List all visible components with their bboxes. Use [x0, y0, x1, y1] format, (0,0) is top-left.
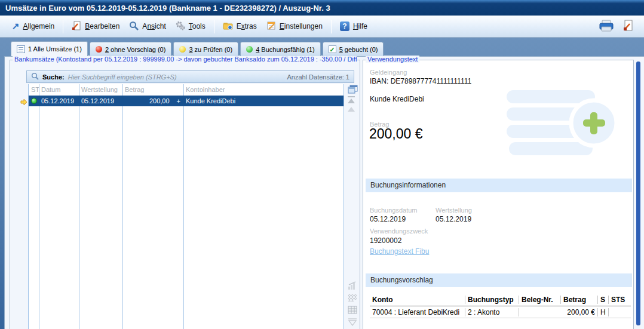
column-chooser-icon[interactable]	[348, 85, 358, 96]
gears-icon	[176, 21, 185, 32]
search-placeholder: Hier Suchbegriff eingeben (STRG+S)	[68, 73, 177, 81]
buchungsinformationen-header: Buchungsinformationen	[366, 179, 632, 192]
scroll-top-icon[interactable]	[348, 96, 355, 103]
table-icon[interactable]	[348, 306, 357, 316]
list-icon	[17, 45, 25, 53]
iban-value: IBAN: DE7898777741111111111	[370, 77, 471, 85]
vcolumn-sts: STS	[609, 296, 631, 304]
tab-gebucht[interactable]: ✓ 5 gebucht (0)	[323, 42, 384, 56]
menu-label: Ansicht	[142, 22, 165, 30]
menu-extras[interactable]: Extras	[218, 19, 262, 35]
checkbox-icon: ✓	[329, 45, 336, 53]
table-row[interactable]: 05.12.2019 05.12.2019 200,00+ Kunde Kred…	[29, 96, 344, 106]
chart-icon[interactable]	[348, 281, 357, 293]
column-header-datum[interactable]: Datum	[39, 84, 79, 96]
vcolumn-buchungstyp: Buchungstyp	[465, 296, 519, 304]
scroll-up-icon[interactable]	[348, 107, 355, 112]
tab-buchungsfaehig[interactable]: 4 Buchungsfähig (1)	[240, 42, 320, 56]
buchungsdatum-value: 05.12.2019	[370, 215, 406, 223]
toolbar-separator	[331, 20, 332, 33]
toolbar-separator	[63, 20, 63, 33]
bankumsaetze-groupbox: Bankumsätze (Kontostand per 05.12.2019 :…	[10, 60, 360, 329]
vcolumn-konto: Konto	[370, 296, 465, 304]
menu-hilfe[interactable]: ? Hilfe	[335, 19, 372, 33]
bankumsaetze-group-label: Bankumsätze (Kontostand per 05.12.2019 :…	[13, 56, 357, 63]
wertstellung-value: 05.12.2019	[436, 215, 471, 223]
tab-label: 5 gebucht (0)	[339, 46, 378, 53]
column-header-kontoinhaber[interactable]: Kontoinhaber	[183, 84, 344, 96]
current-row-arrow-icon	[20, 97, 27, 108]
betrag-cell: 200,00+	[122, 97, 183, 104]
edit-document-icon	[72, 21, 81, 32]
green-ball-icon	[246, 46, 253, 53]
menu-label: Einstellungen	[280, 22, 323, 30]
green-status-icon	[31, 98, 37, 104]
tab-zu-pruefen[interactable]: 3 zu Prüfen (0)	[173, 42, 238, 56]
menu-label: Tools	[189, 22, 206, 30]
menu-label: Extras	[237, 22, 257, 30]
coins-plus-icon	[505, 90, 619, 167]
vbetrag-cell: 200,00 €	[561, 308, 598, 316]
menu-label: Hilfe	[353, 22, 367, 30]
search-input[interactable]: Suche: Hier Suchbegriff eingeben (STRG+S…	[26, 70, 354, 83]
buchungstext-fibu-link[interactable]: Buchungstext Fibu	[370, 247, 429, 256]
menu-allgemein[interactable]: ↗ Allgemein	[7, 20, 59, 33]
red-ball-icon	[96, 46, 102, 53]
betrag-value: 200,00 €	[369, 126, 423, 142]
menu-label: Bearbeiten	[85, 22, 119, 30]
main-toolbar: ↗ Allgemein Bearbeiten Ansicht Tools Ext…	[0, 16, 644, 38]
tab-label: 4 Buchungsfähig (1)	[256, 46, 314, 53]
vkonto-cell: 70004 : Lieferant DebiKredi	[370, 308, 465, 316]
grid-side-strip	[346, 83, 360, 329]
vorschlag-header-row: Konto Buchungstyp Beleg-Nr. Betrag S STS	[370, 293, 631, 306]
verwendungszweck-label: Verwendungszweck	[370, 227, 428, 235]
search-icon	[31, 72, 39, 81]
tab-ohne-vorschlag[interactable]: 2 ohne Vorschlag (0)	[90, 42, 172, 56]
grid-divider	[183, 84, 184, 329]
filter-down-icon[interactable]	[348, 318, 357, 328]
plus-sign: +	[177, 97, 180, 104]
statement-tabstrip: 1 Alle Umsätze (1) 2 ohne Vorschlag (0) …	[11, 41, 384, 56]
wertstellung-label: Wertstellung	[436, 207, 472, 214]
help-icon: ?	[340, 21, 349, 31]
column-header-betrag[interactable]: Betrag	[122, 84, 183, 96]
menu-tools[interactable]: Tools	[171, 19, 210, 35]
vs-cell: H	[598, 308, 609, 316]
grid-divider	[39, 84, 39, 329]
buchungsvorschlag-header: Buchungsvorschlag	[366, 273, 632, 287]
verwendungstext-group-label: Verwendungstext	[366, 56, 419, 63]
yellow-ball-icon	[179, 46, 186, 53]
status-cell	[29, 98, 39, 104]
wertstellung-cell: 05.12.2019	[79, 97, 122, 104]
document-tool-icon[interactable]	[623, 20, 633, 33]
folder-icon	[223, 21, 233, 32]
grid-divider	[79, 84, 79, 329]
datum-cell: 05.12.2019	[39, 97, 79, 104]
kontoinhaber-cell: Kunde KrediDebi	[183, 97, 344, 104]
vcolumn-beleg-nr: Beleg-Nr.	[519, 296, 561, 304]
menu-ansicht[interactable]: Ansicht	[124, 19, 170, 35]
vorschlag-row[interactable]: 70004 : Lieferant DebiKredi 2 : Akonto 2…	[370, 306, 631, 318]
content-panel: Bankumsätze (Kontostand per 05.12.2019 :…	[4, 56, 644, 329]
tab-alle-umsaetze[interactable]: 1 Alle Umsätze (1)	[11, 41, 88, 56]
tab-label: 2 ohne Vorschlag (0)	[105, 46, 166, 53]
right-scrollbar[interactable]	[636, 62, 640, 325]
menu-einstellungen[interactable]: Einstellungen	[262, 19, 327, 35]
verwendungszweck-value: 19200002	[370, 236, 401, 245]
buchungsvorschlag-table: Konto Buchungstyp Beleg-Nr. Betrag S STS…	[370, 293, 631, 318]
cards-icon[interactable]	[348, 294, 357, 305]
column-header-wertstellung[interactable]: Wertstellung	[79, 84, 122, 96]
verwendungstext-groupbox: Verwendungstext Geldeingang IBAN: DE7898…	[363, 60, 634, 329]
arrow-up-right-icon: ↗	[12, 22, 20, 30]
tab-label: 3 zu Prüfen (0)	[189, 46, 232, 53]
column-header-st[interactable]: ST	[29, 84, 39, 96]
settings-page-icon	[266, 21, 276, 32]
printer-icon[interactable]	[599, 20, 614, 33]
grid-header-row: ST Datum Wertstellung Betrag Kontoinhabe…	[29, 84, 344, 96]
record-count: Anzahl Datensätze: 1	[287, 73, 349, 81]
menu-bearbeiten[interactable]: Bearbeiten	[67, 19, 124, 35]
tab-label: 1 Alle Umsätze (1)	[28, 45, 82, 53]
magnifier-icon	[129, 21, 139, 32]
vbuchungstyp-cell: 2 : Akonto	[465, 308, 519, 316]
vcolumn-s: S	[598, 296, 609, 304]
